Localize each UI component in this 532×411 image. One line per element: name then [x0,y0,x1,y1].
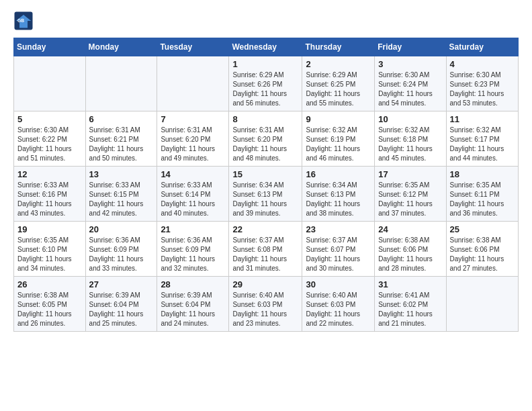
calendar-cell: 25Sunrise: 6:38 AMSunset: 6:06 PMDayligh… [446,222,518,277]
calendar-cell: 10Sunrise: 6:32 AMSunset: 6:18 PMDayligh… [375,111,446,167]
calendar-cell: 19Sunrise: 6:35 AMSunset: 6:10 PMDayligh… [14,222,86,277]
calendar-cell: 23Sunrise: 6:37 AMSunset: 6:07 PMDayligh… [302,222,375,277]
calendar-cell: 9Sunrise: 6:32 AMSunset: 6:19 PMDaylight… [302,111,375,167]
calendar-cell: 24Sunrise: 6:38 AMSunset: 6:06 PMDayligh… [375,222,446,277]
calendar-cell: 3Sunrise: 6:30 AMSunset: 6:24 PMDaylight… [375,56,446,111]
calendar-cell: 5Sunrise: 6:30 AMSunset: 6:22 PMDaylight… [14,111,86,167]
day-info: Sunrise: 6:35 AMSunset: 6:12 PMDaylight:… [378,181,442,218]
day-info: Sunrise: 6:40 AMSunset: 6:03 PMDaylight:… [306,291,371,328]
calendar-cell: 29Sunrise: 6:40 AMSunset: 6:03 PMDayligh… [229,277,302,332]
calendar-cell: 28Sunrise: 6:39 AMSunset: 6:04 PMDayligh… [157,277,229,332]
calendar-cell: 18Sunrise: 6:35 AMSunset: 6:11 PMDayligh… [446,167,518,222]
day-number: 16 [306,169,371,179]
day-info: Sunrise: 6:34 AMSunset: 6:13 PMDaylight:… [306,181,371,218]
day-number: 17 [378,169,442,179]
day-info: Sunrise: 6:31 AMSunset: 6:20 PMDaylight:… [232,126,298,163]
calendar-cell: 1Sunrise: 6:29 AMSunset: 6:26 PMDaylight… [229,56,302,111]
day-info: Sunrise: 6:39 AMSunset: 6:04 PMDaylight:… [89,291,154,328]
day-info: Sunrise: 6:29 AMSunset: 6:25 PMDaylight:… [306,71,371,108]
day-number: 12 [17,169,82,179]
day-info: Sunrise: 6:38 AMSunset: 6:06 PMDaylight:… [378,236,442,273]
day-number: 23 [306,224,371,234]
header: GB [13,11,519,31]
day-info: Sunrise: 6:38 AMSunset: 6:06 PMDaylight:… [450,236,515,273]
day-number: 2 [306,59,371,69]
calendar-header-monday: Monday [85,38,157,56]
day-number: 9 [306,114,371,124]
calendar-cell: 13Sunrise: 6:33 AMSunset: 6:15 PMDayligh… [85,167,157,222]
calendar-header-wednesday: Wednesday [229,38,302,56]
day-number: 4 [450,59,515,69]
calendar-cell: 7Sunrise: 6:31 AMSunset: 6:20 PMDaylight… [157,111,229,167]
day-number: 5 [17,114,82,124]
day-info: Sunrise: 6:38 AMSunset: 6:05 PMDaylight:… [17,291,82,328]
day-info: Sunrise: 6:37 AMSunset: 6:07 PMDaylight:… [306,236,371,273]
calendar-cell: 20Sunrise: 6:36 AMSunset: 6:09 PMDayligh… [85,222,157,277]
calendar-cell: 11Sunrise: 6:32 AMSunset: 6:17 PMDayligh… [446,111,518,167]
day-number: 6 [89,114,154,124]
day-number: 21 [161,224,225,234]
svg-text:GB: GB [17,18,24,23]
calendar-week-row: 19Sunrise: 6:35 AMSunset: 6:10 PMDayligh… [14,222,519,277]
day-number: 26 [17,279,82,289]
calendar-header-sunday: Sunday [14,38,86,56]
day-number: 19 [17,224,82,234]
day-number: 24 [378,224,442,234]
day-info: Sunrise: 6:37 AMSunset: 6:08 PMDaylight:… [232,236,298,273]
day-number: 25 [450,224,515,234]
day-number: 10 [378,114,442,124]
day-info: Sunrise: 6:31 AMSunset: 6:20 PMDaylight:… [161,126,225,163]
calendar-week-row: 1Sunrise: 6:29 AMSunset: 6:26 PMDaylight… [14,56,519,111]
day-number: 30 [306,279,371,289]
day-info: Sunrise: 6:40 AMSunset: 6:03 PMDaylight:… [232,291,298,328]
day-number: 18 [450,169,515,179]
calendar-cell: 22Sunrise: 6:37 AMSunset: 6:08 PMDayligh… [229,222,302,277]
day-number: 31 [378,279,442,289]
calendar-header-tuesday: Tuesday [157,38,229,56]
day-info: Sunrise: 6:30 AMSunset: 6:23 PMDaylight:… [450,71,515,108]
day-number: 13 [89,169,154,179]
calendar-cell [446,277,518,332]
calendar-cell: 12Sunrise: 6:33 AMSunset: 6:16 PMDayligh… [14,167,86,222]
day-number: 14 [161,169,225,179]
calendar-cell: 4Sunrise: 6:30 AMSunset: 6:23 PMDaylight… [446,56,518,111]
general-blue-logo-icon: GB [13,11,34,31]
calendar-table: SundayMondayTuesdayWednesdayThursdayFrid… [13,38,519,332]
calendar-cell: 17Sunrise: 6:35 AMSunset: 6:12 PMDayligh… [375,167,446,222]
calendar-cell: 14Sunrise: 6:33 AMSunset: 6:14 PMDayligh… [157,167,229,222]
day-info: Sunrise: 6:31 AMSunset: 6:21 PMDaylight:… [89,126,154,163]
day-info: Sunrise: 6:34 AMSunset: 6:13 PMDaylight:… [232,181,298,218]
calendar-cell: 16Sunrise: 6:34 AMSunset: 6:13 PMDayligh… [302,167,375,222]
calendar-header-row: SundayMondayTuesdayWednesdayThursdayFrid… [14,38,519,56]
calendar-cell: 21Sunrise: 6:36 AMSunset: 6:09 PMDayligh… [157,222,229,277]
day-number: 1 [232,59,298,69]
day-info: Sunrise: 6:30 AMSunset: 6:24 PMDaylight:… [378,71,442,108]
day-number: 29 [232,279,298,289]
calendar-week-row: 5Sunrise: 6:30 AMSunset: 6:22 PMDaylight… [14,111,519,167]
calendar-cell: 31Sunrise: 6:41 AMSunset: 6:02 PMDayligh… [375,277,446,332]
day-info: Sunrise: 6:36 AMSunset: 6:09 PMDaylight:… [89,236,154,273]
day-info: Sunrise: 6:35 AMSunset: 6:11 PMDaylight:… [450,181,515,218]
day-number: 22 [232,224,298,234]
day-info: Sunrise: 6:33 AMSunset: 6:14 PMDaylight:… [161,181,225,218]
day-number: 27 [89,279,154,289]
calendar-cell: 30Sunrise: 6:40 AMSunset: 6:03 PMDayligh… [302,277,375,332]
calendar-cell: 6Sunrise: 6:31 AMSunset: 6:21 PMDaylight… [85,111,157,167]
calendar-header-thursday: Thursday [302,38,375,56]
day-info: Sunrise: 6:33 AMSunset: 6:15 PMDaylight:… [89,181,154,218]
day-number: 8 [232,114,298,124]
calendar-cell: 15Sunrise: 6:34 AMSunset: 6:13 PMDayligh… [229,167,302,222]
day-info: Sunrise: 6:32 AMSunset: 6:17 PMDaylight:… [450,126,515,163]
day-number: 28 [161,279,225,289]
day-number: 15 [232,169,298,179]
day-number: 11 [450,114,515,124]
day-info: Sunrise: 6:41 AMSunset: 6:02 PMDaylight:… [378,291,442,328]
calendar-cell: 8Sunrise: 6:31 AMSunset: 6:20 PMDaylight… [229,111,302,167]
day-number: 7 [161,114,225,124]
calendar-header-friday: Friday [375,38,446,56]
day-info: Sunrise: 6:39 AMSunset: 6:04 PMDaylight:… [161,291,225,328]
day-info: Sunrise: 6:33 AMSunset: 6:16 PMDaylight:… [17,181,82,218]
calendar-cell [157,56,229,111]
day-info: Sunrise: 6:30 AMSunset: 6:22 PMDaylight:… [17,126,82,163]
day-info: Sunrise: 6:29 AMSunset: 6:26 PMDaylight:… [232,71,298,108]
